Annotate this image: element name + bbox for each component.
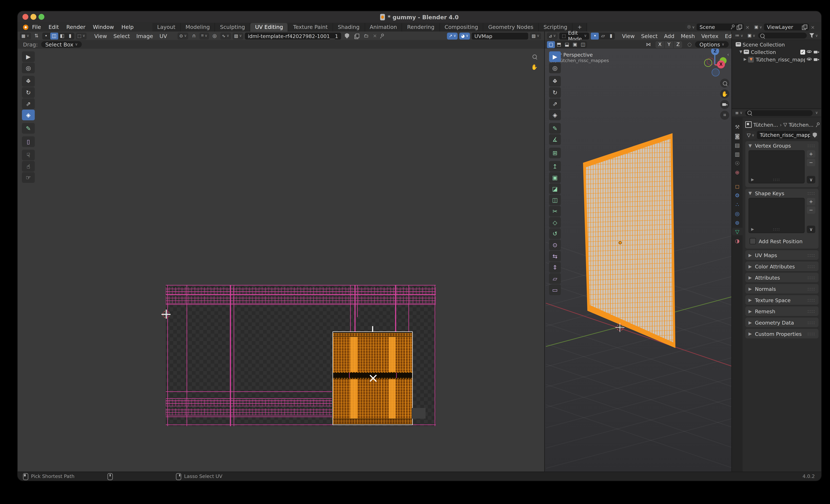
breadcrumb-data[interactable]: Tütchen... — [789, 122, 813, 127]
panel-custom-properties[interactable]: ▶Custom Properties:::: — [745, 329, 819, 339]
uv-editor-type-icon[interactable]: ▦∨ — [20, 32, 31, 39]
uv-tool-grab[interactable]: ☟ — [22, 150, 35, 160]
panel-remesh[interactable]: ▶Remesh:::: — [745, 306, 819, 316]
remove-shape-key-button[interactable]: − — [807, 206, 816, 214]
uv-menu-image[interactable]: Image — [133, 33, 156, 39]
add-vertex-group-button[interactable]: + — [807, 150, 816, 158]
add-rest-position-checkbox[interactable] — [749, 238, 756, 244]
uv-menu-view[interactable]: View — [91, 33, 110, 39]
select-invert-button[interactable]: ▣ — [571, 41, 579, 48]
proportional-edit-icon[interactable]: ◎ — [211, 32, 219, 39]
panel-uv-maps[interactable]: ▶UV Maps:::: — [745, 250, 819, 260]
collapse-arrow-icon[interactable]: ▶ — [744, 57, 746, 62]
tab-animation[interactable]: Animation — [365, 23, 402, 32]
vp-menu-view[interactable]: View — [619, 33, 638, 39]
uv-select-vertex-button[interactable]: • — [42, 32, 50, 39]
tab-output[interactable]: ▤ — [732, 141, 742, 149]
uv-sticky-selection-icon[interactable]: ⬚∨ — [76, 32, 87, 39]
uv-overlays-toggle[interactable]: ◕∨ — [459, 32, 470, 39]
image-browse-icon[interactable]: ▨∨ — [232, 32, 244, 39]
vp-menu-mesh[interactable]: Mesh — [678, 33, 698, 39]
shape-key-specials-button[interactable]: ∨ — [807, 226, 816, 233]
uv-pivot-icon[interactable]: ⊙∨ — [178, 32, 188, 39]
tab-geometry-nodes[interactable]: Geometry Nodes — [483, 23, 539, 32]
face-mode-button[interactable]: ▮ — [607, 32, 615, 39]
gizmo-axis-negy[interactable] — [704, 59, 712, 67]
mirror-y-button[interactable]: Y — [664, 41, 673, 48]
pack-image-icon[interactable]: 🗀 — [362, 32, 370, 39]
tab-world[interactable]: ⊕ — [732, 168, 742, 176]
remove-view-layer-icon[interactable]: × — [810, 24, 816, 30]
tab-layout[interactable]: Layout — [152, 23, 181, 32]
outliner-row-collection[interactable]: ▼ Collection ✓ — [732, 48, 821, 56]
mirror-x-button[interactable]: X — [656, 41, 664, 48]
vertex-groups-panel-header[interactable]: ▼ Vertex Groups :::: — [748, 141, 816, 150]
uv-select-face-button[interactable]: ◧ — [58, 32, 66, 39]
tool-cursor[interactable]: ◎ — [549, 63, 561, 73]
snap-base-icon[interactable]: ◌ — [685, 41, 694, 48]
properties-editor-type-icon[interactable]: ≡∨ — [734, 109, 744, 116]
tool-scale[interactable]: ⇗ — [549, 98, 561, 109]
navigation-gizmo[interactable]: Z X — [696, 49, 732, 84]
uv-select-island-button[interactable]: ▮ — [66, 32, 74, 39]
properties-options-icon[interactable]: ∨ — [814, 109, 820, 116]
pin-icon[interactable] — [731, 25, 735, 29]
view-layer-name-field[interactable]: ViewLayer — [764, 24, 809, 31]
image-pin-icon[interactable] — [380, 33, 384, 38]
tool-transform[interactable]: ◈ — [549, 109, 561, 120]
tab-uv-editing[interactable]: UV Editing — [250, 23, 288, 32]
uv-canvas[interactable]: ✋ ▶ ◎ ↔↕ ↻ ⇗ ◈ ✎ ▯ ☟ ☝ ☞ — [18, 49, 544, 472]
fake-user-shield-icon[interactable] — [343, 32, 351, 39]
tool-add-cube[interactable]: ⊞ — [549, 148, 561, 158]
viewport-perspective-grid-button[interactable]: ⌗ — [720, 111, 729, 120]
duplicate-image-icon[interactable] — [353, 32, 360, 39]
uv-tool-transform[interactable]: ◈ — [22, 109, 35, 120]
vp-menu-select[interactable]: Select — [638, 33, 661, 39]
vertex-mode-button[interactable]: • — [591, 32, 599, 39]
mirror-z-button[interactable]: Z — [673, 41, 682, 48]
uv-map-field[interactable]: UVMap — [472, 32, 529, 39]
uv-tool-relax[interactable]: ☝ — [22, 161, 35, 171]
tool-measure[interactable]: ∡ — [549, 134, 561, 145]
uv-tool-rip-region[interactable]: ▯ — [22, 136, 35, 147]
tool-poly-build[interactable]: ◇ — [549, 217, 561, 228]
outliner-editor-type-icon[interactable]: ≔∨ — [734, 32, 745, 39]
tab-rendering[interactable]: Rendering — [403, 23, 440, 32]
select-extend-button[interactable]: ⬒ — [555, 41, 563, 48]
snap-target-icon[interactable]: ⌗∨ — [199, 32, 209, 39]
tool-edge-slide[interactable]: ⇆ — [549, 251, 561, 261]
tool-inset-faces[interactable]: ▣ — [549, 172, 561, 183]
mesh-data-browse-icon[interactable]: ▽∨ — [745, 131, 756, 139]
panel-geometry-data[interactable]: ▶Geometry Data:::: — [745, 318, 819, 327]
panel-attributes[interactable]: ▶Attributes:::: — [745, 273, 819, 282]
uv-gizmos-toggle[interactable]: ↗∨ — [447, 32, 458, 39]
uv-tool-annotate[interactable]: ✎ — [22, 123, 35, 134]
menu-render[interactable]: Render — [63, 24, 89, 30]
properties-search-input[interactable] — [745, 110, 812, 116]
tool-knife[interactable]: ✂ — [549, 206, 561, 217]
panel-texture-space[interactable]: ▶Texture Space:::: — [745, 295, 819, 305]
mirror-icon[interactable]: ⋈ — [644, 41, 652, 48]
panel-drag-dots-icon[interactable]: :::: — [807, 191, 816, 196]
vp-menu-add[interactable]: Add — [661, 33, 678, 39]
shape-keys-panel-header[interactable]: ▼ Shape Keys :::: — [748, 189, 816, 198]
select-set-button[interactable]: ▢ — [547, 41, 555, 48]
outliner-search-input[interactable] — [758, 33, 807, 38]
gizmo-axis-x[interactable]: X — [717, 60, 725, 68]
tab-shading[interactable]: Shading — [333, 23, 365, 32]
mode-dropdown[interactable]: ⬚ Edit Mode ∨ — [559, 32, 589, 39]
vertex-groups-list[interactable]: ▶ :::: — [748, 150, 805, 183]
tab-modifiers[interactable]: ⚙ — [732, 191, 742, 199]
list-resize-arrow-icon[interactable]: ▶ — [751, 178, 754, 182]
tool-loop-cut[interactable]: ◫ — [549, 195, 561, 205]
uv-pan-hand-icon[interactable]: ✋ — [530, 63, 539, 72]
select-intersect-button[interactable]: ◫ — [579, 41, 587, 48]
hide-eye-icon[interactable] — [807, 50, 812, 54]
edge-mode-button[interactable]: ▱ — [599, 32, 607, 39]
collection-checkbox[interactable]: ✓ — [800, 50, 805, 54]
proportional-falloff-icon[interactable]: ∿∨ — [220, 32, 231, 39]
snap-magnet-icon[interactable]: ∩ — [190, 32, 198, 39]
uv-menu-uv[interactable]: UV — [156, 33, 170, 39]
tab-object[interactable]: ◻ — [732, 182, 742, 190]
image-name-field[interactable]: idml-template-rf42027982-1001__1.png — [245, 32, 342, 39]
